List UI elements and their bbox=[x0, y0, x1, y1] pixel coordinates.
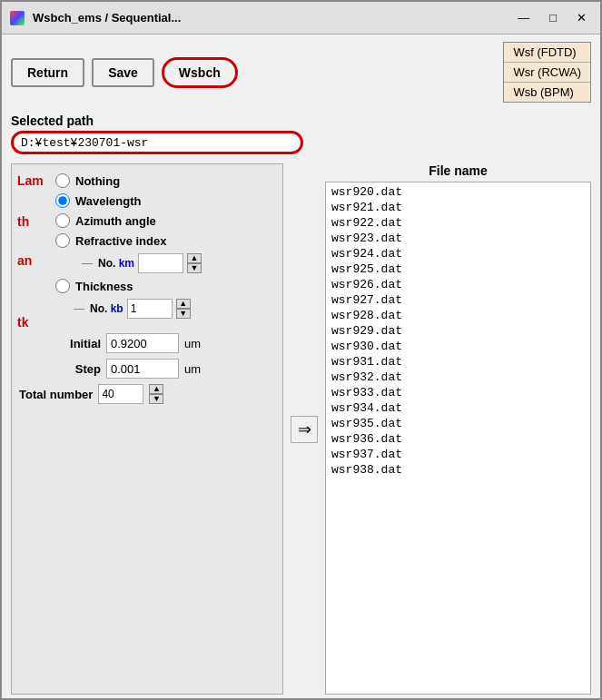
side-labels: Lam th an tk bbox=[17, 173, 44, 330]
total-label: Total number bbox=[19, 388, 93, 401]
right-panel: File name wsr920.datwsr921.datwsr922.dat… bbox=[325, 163, 591, 695]
arrow-button[interactable]: ⇒ bbox=[291, 416, 318, 443]
no-km-label: No. km bbox=[98, 257, 134, 270]
total-spinner: ▲ ▼ bbox=[149, 384, 163, 404]
minimize-button[interactable]: — bbox=[511, 8, 536, 27]
list-item[interactable]: wsr922.dat bbox=[330, 215, 587, 231]
radio-refractive-label: Refractive index bbox=[75, 234, 166, 248]
radio-row-wavelength: Wavelength bbox=[55, 193, 275, 208]
list-item[interactable]: wsr932.dat bbox=[330, 370, 587, 385]
selected-path-label: Selected path bbox=[11, 113, 591, 128]
no-kb-spin-up[interactable]: ▲ bbox=[176, 299, 191, 309]
toolbar: Return Save Wsbch Wsf (FDTD) Wsr (RCWA) … bbox=[2, 35, 600, 110]
no-kb-spinner: ▲ ▼ bbox=[176, 299, 191, 319]
return-button[interactable]: Return bbox=[11, 58, 84, 87]
radio-azimuth[interactable] bbox=[55, 213, 70, 228]
list-item[interactable]: wsr936.dat bbox=[330, 431, 587, 447]
file-list[interactable]: wsr920.datwsr921.datwsr922.datwsr923.dat… bbox=[325, 182, 591, 695]
no-kb-input[interactable] bbox=[127, 299, 173, 319]
list-item[interactable]: wsr921.dat bbox=[330, 200, 587, 215]
side-label-tk: tk bbox=[17, 315, 44, 330]
list-item[interactable]: wsr934.dat bbox=[330, 400, 587, 416]
no-km-spin-down[interactable]: ▼ bbox=[187, 263, 202, 273]
list-item[interactable]: wsr937.dat bbox=[330, 447, 587, 462]
total-input[interactable] bbox=[98, 384, 143, 404]
main-window: Wsbch_ems / Sequential... — □ ✕ Return S… bbox=[0, 0, 602, 700]
left-panel: Lam th an tk Nothing Wavelength bbox=[11, 163, 283, 695]
restore-button[interactable]: □ bbox=[543, 8, 563, 27]
step-row: Step um bbox=[19, 359, 275, 379]
no-kb-row: No. kb ▲ ▼ bbox=[74, 299, 275, 319]
no-kb-label: No. kb bbox=[90, 302, 123, 315]
side-label-lam: Lam bbox=[17, 173, 44, 189]
side-label-th: th bbox=[17, 214, 44, 230]
initial-label: Initial bbox=[19, 337, 101, 350]
no-km-spinner: ▲ ▼ bbox=[187, 253, 202, 273]
radio-refractive[interactable] bbox=[55, 233, 70, 248]
list-item[interactable]: wsr930.dat bbox=[330, 339, 587, 354]
step-input[interactable] bbox=[106, 359, 179, 379]
wsr-rcwa-button[interactable]: Wsr (RCWA) bbox=[504, 63, 590, 83]
list-item[interactable]: wsr927.dat bbox=[330, 292, 587, 308]
close-button[interactable]: ✕ bbox=[570, 8, 593, 27]
side-label-an: an bbox=[17, 253, 44, 269]
save-button[interactable]: Save bbox=[92, 58, 154, 87]
list-item[interactable]: wsr931.dat bbox=[330, 354, 587, 370]
no-km-row: No. km ▲ ▼ bbox=[74, 253, 275, 273]
list-item[interactable]: wsr924.dat bbox=[330, 246, 587, 261]
list-item[interactable]: wsr933.dat bbox=[330, 385, 587, 400]
selected-path-section: Selected path bbox=[2, 110, 600, 160]
wsb-bpm-button[interactable]: Wsb (BPM) bbox=[504, 83, 590, 102]
radio-thickness-label: Thickness bbox=[75, 280, 133, 293]
radio-row-azimuth: Azimuth angle bbox=[55, 213, 275, 228]
total-spin-down[interactable]: ▼ bbox=[149, 394, 163, 404]
radio-row-nothing: Nothing bbox=[55, 173, 275, 188]
initial-unit: um bbox=[184, 337, 201, 350]
list-item[interactable]: wsr935.dat bbox=[330, 416, 587, 431]
radio-group: Nothing Wavelength Azimuth angle Refract… bbox=[55, 173, 275, 319]
wsf-fdtd-button[interactable]: Wsf (FDTD) bbox=[504, 43, 590, 63]
list-item[interactable]: wsr938.dat bbox=[330, 462, 587, 478]
radio-wavelength[interactable] bbox=[55, 193, 70, 208]
radio-row-thickness: Thickness bbox=[55, 279, 275, 293]
file-name-header: File name bbox=[325, 163, 591, 178]
list-item[interactable]: wsr925.dat bbox=[330, 261, 587, 277]
no-km-input[interactable] bbox=[138, 253, 183, 273]
radio-wavelength-label: Wavelength bbox=[75, 194, 141, 208]
list-item[interactable]: wsr926.dat bbox=[330, 277, 587, 292]
list-item[interactable]: wsr929.dat bbox=[330, 323, 587, 339]
total-row: Total number ▲ ▼ bbox=[19, 384, 275, 404]
window-title: Wsbch_ems / Sequential... bbox=[33, 11, 504, 25]
path-input-wrapper bbox=[11, 131, 303, 154]
radio-row-refractive: Refractive index bbox=[55, 233, 275, 248]
main-content: Lam th an tk Nothing Wavelength bbox=[2, 160, 600, 698]
wsbch-button[interactable]: Wsbch bbox=[162, 57, 238, 88]
app-icon bbox=[9, 10, 25, 26]
list-item[interactable]: wsr923.dat bbox=[330, 231, 587, 246]
list-item[interactable]: wsr920.dat bbox=[330, 184, 587, 200]
step-unit: um bbox=[184, 362, 201, 376]
radio-thickness[interactable] bbox=[55, 279, 70, 293]
title-bar: Wsbch_ems / Sequential... — □ ✕ bbox=[2, 2, 600, 35]
list-item[interactable]: wsr928.dat bbox=[330, 308, 587, 323]
radio-nothing-label: Nothing bbox=[75, 174, 120, 188]
method-button-group: Wsf (FDTD) Wsr (RCWA) Wsb (BPM) bbox=[503, 42, 591, 103]
radio-nothing[interactable] bbox=[55, 173, 70, 188]
path-input[interactable] bbox=[21, 136, 293, 150]
radio-azimuth-label: Azimuth angle bbox=[75, 214, 156, 228]
initial-row: Initial um bbox=[19, 333, 275, 353]
no-kb-spin-down[interactable]: ▼ bbox=[176, 309, 191, 319]
bottom-fields: Initial um Step um Total number ▲ ▼ bbox=[19, 333, 275, 404]
initial-input[interactable] bbox=[106, 333, 179, 353]
step-label: Step bbox=[19, 362, 101, 376]
no-km-spin-up[interactable]: ▲ bbox=[187, 253, 202, 263]
total-spin-up[interactable]: ▲ bbox=[149, 384, 163, 394]
